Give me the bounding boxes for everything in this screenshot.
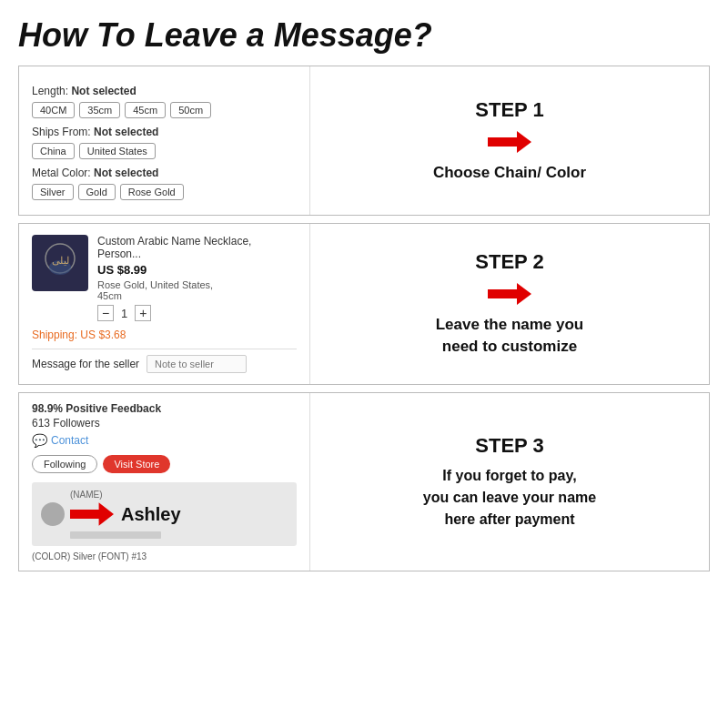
tag-35cm[interactable]: 35cm	[79, 102, 120, 118]
product-image: ليلى	[32, 235, 88, 291]
step3-label: STEP 3	[475, 434, 543, 458]
tag-50cm[interactable]: 50cm	[170, 102, 211, 118]
arrow-icon	[488, 129, 531, 155]
tag-china[interactable]: China	[32, 143, 75, 159]
contact-row: 💬 Contact	[32, 433, 297, 448]
visit-store-button[interactable]: Visit Store	[103, 455, 170, 473]
divider	[32, 349, 297, 349]
name-value: Ashley	[121, 504, 181, 525]
step1-right: STEP 1 Choose Chain/ Color	[310, 66, 709, 215]
following-button[interactable]: Following	[32, 455, 97, 473]
tag-rose-gold[interactable]: Rose Gold	[120, 184, 184, 200]
feedback-text: 98.9% Positive Feedback	[32, 402, 297, 415]
name-field-group: (NAME) Ashley	[70, 490, 181, 539]
svg-marker-0	[488, 131, 531, 153]
length-label: Length: Not selected	[32, 85, 297, 97]
svg-marker-6	[70, 502, 114, 525]
product-title: Custom Arabic Name Necklace, Person...	[97, 235, 297, 260]
page-container: How To Leave a Message? Length: Not sele…	[0, 0, 728, 728]
length-status: Not selected	[71, 85, 136, 97]
page-title: How To Leave a Message?	[18, 16, 710, 55]
step2-label: STEP 2	[475, 250, 543, 274]
followers-text: 613 Followers	[32, 417, 297, 430]
step1-desc: Choose Chain/ Color	[433, 162, 586, 184]
product-info: Custom Arabic Name Necklace, Person... U…	[97, 235, 297, 321]
arrow-icon-2	[488, 281, 531, 307]
tag-silver[interactable]: Silver	[32, 184, 74, 200]
message-row: Message for the seller	[32, 355, 297, 373]
step2-left: ليلى Custom Arabic Name Necklace, Person…	[19, 224, 310, 384]
tag-us[interactable]: United States	[79, 143, 156, 159]
ships-status: Not selected	[94, 126, 158, 138]
metal-label: Metal Color: Not selected	[32, 167, 297, 179]
contact-link[interactable]: Contact	[51, 434, 88, 447]
step1-label: STEP 1	[475, 98, 543, 122]
step3-section: 98.9% Positive Feedback 613 Followers 💬 …	[18, 392, 710, 571]
note-to-seller-input[interactable]	[147, 355, 247, 373]
product-variant: Rose Gold, United States,45cm	[97, 279, 297, 301]
product-price: US $8.99	[97, 263, 297, 277]
step3-desc: If you forget to pay,you can leave your …	[423, 465, 596, 531]
color-font-line: (COLOR) Silver (FONT) #13	[32, 551, 297, 561]
step2-right: STEP 2 Leave the name youneed to customi…	[310, 224, 709, 384]
tag-45cm[interactable]: 45cm	[125, 102, 166, 118]
contact-icon: 💬	[32, 433, 47, 448]
step1-left: Length: Not selected 40CM 35cm 45cm 50cm…	[19, 66, 310, 215]
step1-section: Length: Not selected 40CM 35cm 45cm 50cm…	[18, 66, 710, 216]
step3-left: 98.9% Positive Feedback 613 Followers 💬 …	[19, 393, 310, 571]
name-form-area: (NAME) Ashley	[32, 482, 297, 546]
metal-status: Not selected	[94, 167, 158, 179]
product-row: ليلى Custom Arabic Name Necklace, Person…	[32, 235, 297, 321]
name-underline	[70, 531, 161, 539]
tag-40cm[interactable]: 40CM	[32, 102, 75, 118]
ships-label: Ships From: Not selected	[32, 126, 297, 138]
step2-section: ليلى Custom Arabic Name Necklace, Person…	[18, 223, 710, 385]
svg-marker-5	[488, 283, 531, 305]
metal-options: Silver Gold Rose Gold	[32, 184, 297, 200]
avatar	[41, 502, 65, 526]
qty-row: − 1 +	[97, 305, 297, 321]
qty-increase-button[interactable]: +	[135, 305, 151, 321]
message-label: Message for the seller	[32, 358, 139, 370]
tag-gold[interactable]: Gold	[78, 184, 116, 200]
shipping-text: Shipping: US $3.68	[32, 329, 297, 341]
btn-row: Following Visit Store	[32, 455, 297, 473]
qty-decrease-button[interactable]: −	[97, 305, 114, 321]
step3-right: STEP 3 If you forget to pay,you can leav…	[310, 393, 709, 571]
length-options: 40CM 35cm 45cm 50cm	[32, 102, 297, 118]
ships-options: China United States	[32, 143, 297, 159]
name-field-label: (NAME)	[70, 490, 181, 500]
arrow-icon-3	[70, 501, 114, 527]
qty-value: 1	[121, 307, 127, 320]
svg-text:ليلى: ليلى	[52, 255, 69, 266]
step2-desc: Leave the name youneed to customize	[436, 314, 584, 358]
